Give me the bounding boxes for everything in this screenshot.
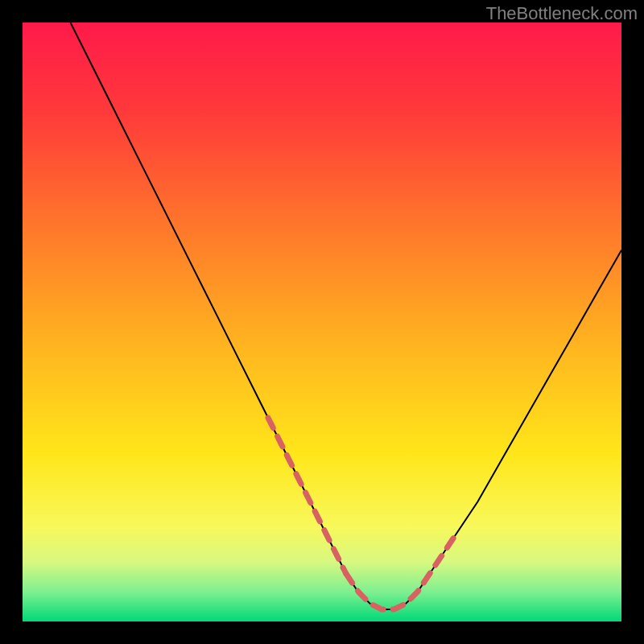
chart-svg bbox=[0, 0, 644, 644]
watermark-text: TheBottleneck.com bbox=[486, 3, 638, 24]
chart-container: TheBottleneck.com bbox=[0, 0, 644, 644]
